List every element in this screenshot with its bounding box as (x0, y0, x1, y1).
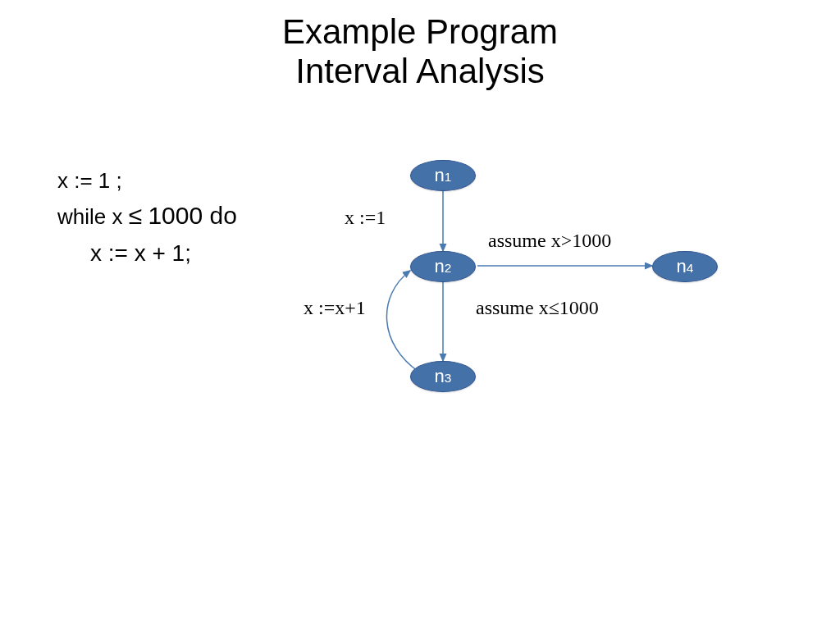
code-line-2-suffix: 1000 do (148, 202, 236, 229)
edge-label-assume-gt: assume x>1000 (488, 230, 611, 252)
code-block: x := 1 ; while x ≤ 1000 do x := x + 1; (57, 164, 237, 271)
node-n4-letter: n (677, 256, 687, 277)
node-n4-sub: 4 (687, 261, 694, 276)
node-n1: n1 (410, 160, 476, 191)
title-line-2: Interval Analysis (0, 52, 840, 91)
slide-title: Example Program Interval Analysis (0, 12, 840, 92)
graph-edges (0, 0, 840, 630)
node-n3-letter: n (435, 366, 445, 387)
edge-label-assume-le: assume x≤1000 (476, 297, 599, 319)
edge-label-x-assign-xp1: x :=x+1 (304, 297, 366, 319)
code-line-1: x := 1 ; (57, 164, 237, 197)
node-n4: n4 (652, 251, 718, 282)
code-line-2: while x ≤ 1000 do (57, 197, 237, 235)
node-n3: n3 (410, 361, 476, 392)
node-n3-sub: 3 (445, 371, 452, 386)
code-line-2-op: ≤ (129, 202, 142, 229)
title-line-1: Example Program (0, 12, 840, 52)
node-n1-letter: n (435, 165, 445, 186)
node-n2-sub: 2 (445, 261, 452, 276)
node-n1-sub: 1 (445, 170, 452, 185)
code-line-2-prefix: while x (57, 204, 122, 229)
edge-label-x-assign-1: x :=1 (345, 207, 386, 229)
node-n2-letter: n (435, 256, 445, 277)
node-n2: n2 (410, 251, 476, 282)
code-line-3: x := x + 1; (57, 235, 237, 271)
edge-n3-n2 (386, 271, 421, 373)
